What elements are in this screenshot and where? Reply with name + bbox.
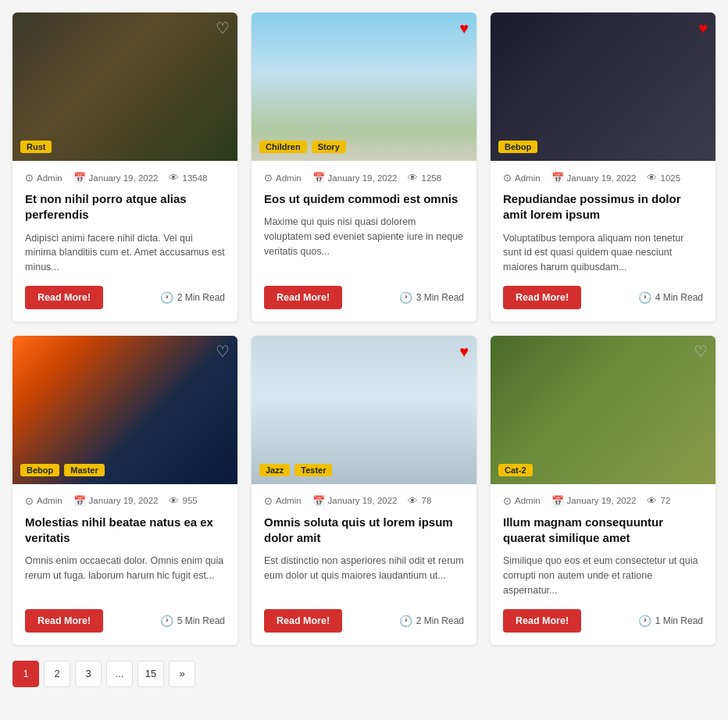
eye-icon: 👁 bbox=[647, 172, 657, 184]
card-meta: ⊙ Admin 📅 January 19, 2022 👁 955 bbox=[25, 495, 225, 507]
min-read: 🕐 1 Min Read bbox=[638, 615, 703, 627]
author-meta: ⊙ Admin bbox=[264, 495, 302, 507]
min-read-value: 2 Min Read bbox=[416, 615, 464, 626]
card-item: ♥ Bebop ⊙ Admin 📅 January 19, 2022 👁 102… bbox=[491, 12, 716, 322]
card-title: Illum magnam consequuntur quaerat simili… bbox=[503, 515, 703, 547]
card-footer: Read More! 🕐 2 Min Read bbox=[25, 286, 225, 309]
page-button[interactable]: ... bbox=[106, 661, 133, 687]
card-excerpt: Est distinctio non asperiores nihil odit… bbox=[264, 554, 464, 597]
author-name: Admin bbox=[37, 173, 62, 183]
min-read: 🕐 5 Min Read bbox=[160, 615, 225, 627]
author-name: Admin bbox=[515, 173, 541, 183]
calendar-icon: 📅 bbox=[312, 495, 325, 507]
card-image bbox=[252, 336, 476, 484]
date-value: January 19, 2022 bbox=[328, 496, 398, 505]
card-image-wrap: ♡ Rust bbox=[12, 12, 237, 161]
read-more-button[interactable]: Read More! bbox=[264, 609, 342, 633]
heart-button[interactable]: ♥ bbox=[459, 344, 469, 359]
tag[interactable]: Tester bbox=[294, 464, 332, 476]
tags-container: ChildrenStory bbox=[259, 141, 346, 153]
user-icon: ⊙ bbox=[503, 495, 512, 507]
card-title: Repudiandae possimus in dolor amit lorem… bbox=[503, 191, 703, 223]
min-read-value: 5 Min Read bbox=[177, 615, 225, 626]
views-meta: 👁 1258 bbox=[408, 172, 441, 184]
author-name: Admin bbox=[515, 496, 541, 505]
card-body: ⊙ Admin 📅 January 19, 2022 👁 72 Illum ma… bbox=[491, 484, 716, 645]
min-read-value: 4 Min Read bbox=[655, 292, 703, 303]
card-item: ♡ BebopMaster ⊙ Admin 📅 January 19, 2022… bbox=[12, 336, 237, 645]
tag[interactable]: Rust bbox=[20, 141, 52, 153]
user-icon: ⊙ bbox=[25, 172, 34, 184]
eye-icon: 👁 bbox=[169, 172, 179, 184]
page-button[interactable]: 1 bbox=[12, 661, 39, 687]
min-read: 🕐 2 Min Read bbox=[399, 615, 464, 627]
page-button[interactable]: 2 bbox=[44, 661, 70, 687]
heart-button[interactable]: ♥ bbox=[698, 20, 708, 36]
heart-button[interactable]: ♡ bbox=[216, 344, 230, 359]
min-read-value: 3 Min Read bbox=[416, 292, 464, 303]
card-footer: Read More! 🕐 3 Min Read bbox=[264, 286, 464, 309]
eye-icon: 👁 bbox=[408, 172, 418, 184]
date-meta: 📅 January 19, 2022 bbox=[312, 495, 398, 507]
card-footer: Read More! 🕐 1 Min Read bbox=[503, 609, 703, 633]
read-more-button[interactable]: Read More! bbox=[264, 286, 342, 309]
tags-container: Cat-2 bbox=[498, 464, 533, 476]
clock-icon: 🕐 bbox=[638, 615, 651, 627]
date-meta: 📅 January 19, 2022 bbox=[312, 172, 398, 184]
calendar-icon: 📅 bbox=[551, 172, 564, 184]
tag[interactable]: Jazz bbox=[259, 464, 290, 476]
card-image bbox=[12, 336, 237, 484]
calendar-icon: 📅 bbox=[73, 495, 86, 507]
card-body: ⊙ Admin 📅 January 19, 2022 👁 1025 Repudi… bbox=[491, 161, 716, 322]
read-more-button[interactable]: Read More! bbox=[25, 286, 103, 309]
tag[interactable]: Bebop bbox=[498, 141, 537, 153]
read-more-button[interactable]: Read More! bbox=[25, 609, 103, 633]
tag[interactable]: Cat-2 bbox=[498, 464, 533, 476]
read-more-button[interactable]: Read More! bbox=[503, 609, 581, 633]
heart-button[interactable]: ♥ bbox=[459, 20, 469, 36]
card-item: ♡ Cat-2 ⊙ Admin 📅 January 19, 2022 👁 72 … bbox=[491, 336, 716, 645]
date-meta: 📅 January 19, 2022 bbox=[551, 495, 637, 507]
views-count: 78 bbox=[421, 496, 431, 505]
card-meta: ⊙ Admin 📅 January 19, 2022 👁 78 bbox=[264, 495, 464, 507]
date-value: January 19, 2022 bbox=[89, 496, 159, 505]
tags-container: Bebop bbox=[498, 141, 537, 153]
card-title: Eos ut quidem commodi est omnis bbox=[264, 191, 464, 207]
card-image bbox=[491, 12, 716, 161]
article-grid: ♡ Rust ⊙ Admin 📅 January 19, 2022 👁 1354… bbox=[12, 12, 716, 645]
date-meta: 📅 January 19, 2022 bbox=[73, 495, 159, 507]
card-item: ♡ Rust ⊙ Admin 📅 January 19, 2022 👁 1354… bbox=[12, 12, 237, 322]
user-icon: ⊙ bbox=[264, 172, 273, 184]
views-count: 955 bbox=[182, 496, 197, 505]
card-excerpt: Adipisci animi facere nihil dicta. Vel q… bbox=[25, 231, 225, 275]
views-meta: 👁 13548 bbox=[169, 172, 207, 184]
tag[interactable]: Bebop bbox=[20, 464, 59, 476]
min-read: 🕐 2 Min Read bbox=[160, 291, 225, 304]
page-button[interactable]: » bbox=[169, 661, 195, 687]
clock-icon: 🕐 bbox=[399, 291, 412, 304]
user-icon: ⊙ bbox=[264, 495, 273, 507]
tags-container: Rust bbox=[20, 141, 52, 153]
tag[interactable]: Children bbox=[259, 141, 307, 153]
tag[interactable]: Master bbox=[64, 464, 104, 476]
card-image bbox=[12, 12, 237, 161]
page-button[interactable]: 15 bbox=[137, 661, 164, 687]
heart-button[interactable]: ♡ bbox=[216, 20, 230, 36]
date-value: January 19, 2022 bbox=[328, 173, 398, 183]
tag[interactable]: Story bbox=[312, 141, 346, 153]
heart-button[interactable]: ♡ bbox=[694, 344, 708, 359]
views-count: 72 bbox=[660, 496, 670, 505]
card-image-wrap: ♡ BebopMaster bbox=[12, 336, 237, 484]
date-value: January 19, 2022 bbox=[89, 173, 159, 183]
eye-icon: 👁 bbox=[408, 495, 418, 507]
card-meta: ⊙ Admin 📅 January 19, 2022 👁 1258 bbox=[264, 172, 464, 184]
user-icon: ⊙ bbox=[503, 172, 512, 184]
date-meta: 📅 January 19, 2022 bbox=[551, 172, 637, 184]
card-excerpt: Maxime qui quis nisi quasi dolorem volup… bbox=[264, 215, 464, 275]
card-excerpt: Similique quo eos et eum consectetur ut … bbox=[503, 554, 703, 597]
read-more-button[interactable]: Read More! bbox=[503, 286, 581, 309]
card-meta: ⊙ Admin 📅 January 19, 2022 👁 13548 bbox=[25, 172, 225, 184]
page-button[interactable]: 3 bbox=[75, 661, 102, 687]
card-title: Omnis soluta quis ut lorem ipsum dolor a… bbox=[264, 515, 464, 547]
author-meta: ⊙ Admin bbox=[503, 495, 541, 507]
